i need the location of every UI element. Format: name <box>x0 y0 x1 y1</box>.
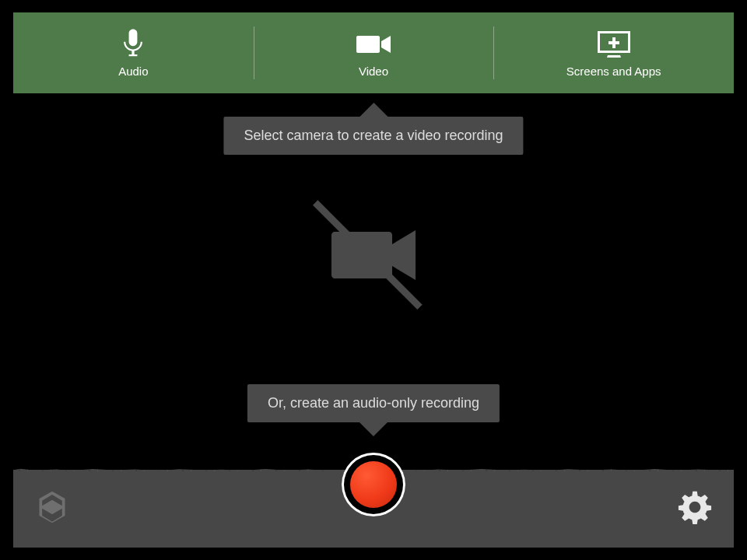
tooltip-select-camera-text: Select camera to create a video recordin… <box>244 128 503 143</box>
tooltip-select-camera: Select camera to create a video recordin… <box>223 117 523 155</box>
tab-video-label: Video <box>359 65 388 78</box>
camera-disabled-icon <box>311 197 436 317</box>
tab-screens-apps[interactable]: Screens and Apps <box>493 12 734 93</box>
app-logo-icon <box>35 490 69 527</box>
settings-button[interactable] <box>678 490 712 527</box>
tooltip-audio-only-text: Or, create an audio-only recording <box>268 395 479 411</box>
video-camera-icon <box>350 29 397 60</box>
tab-audio-label: Audio <box>118 65 148 78</box>
record-indicator-icon <box>350 461 397 508</box>
top-tab-bar: Audio Video Screens and Apps <box>13 12 734 93</box>
record-button[interactable] <box>342 453 405 516</box>
screen-add-icon <box>591 29 637 60</box>
tab-screens-label: Screens and Apps <box>566 65 661 78</box>
microphone-icon <box>110 29 156 60</box>
tooltip-audio-only: Or, create an audio-only recording <box>247 384 500 422</box>
gear-icon <box>678 490 712 524</box>
tab-video[interactable]: Video <box>254 12 494 93</box>
tab-audio[interactable]: Audio <box>13 12 254 93</box>
